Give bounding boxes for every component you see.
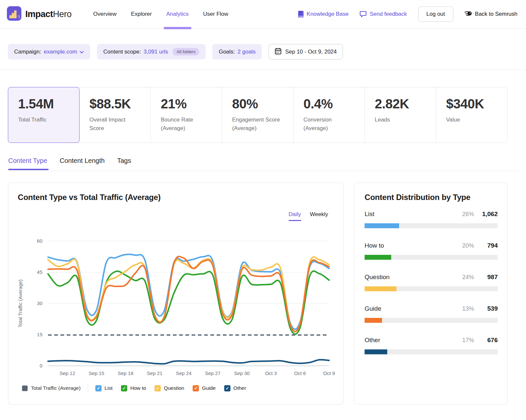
x-tick-2: Sep 12 (60, 370, 75, 376)
kpi-label: Leads (375, 116, 427, 124)
distribution-row-head: Guide13%539 (365, 305, 498, 314)
kpi-label: Conversion (Average) (303, 116, 355, 132)
nav-item-overview[interactable]: Overview (93, 8, 117, 21)
legend-label: Other (233, 385, 246, 391)
distribution-bar-track (365, 318, 498, 323)
kpi-value: 80% (232, 97, 293, 111)
knowledge-base-link[interactable]: Knowledge Base (298, 11, 349, 18)
legend-checkbox-question[interactable]: ✓ (155, 385, 161, 391)
chart-legend: Total Traffic (Average) ✓List✓How to✓Que… (22, 384, 255, 392)
tabs-divider (8, 171, 518, 171)
distribution-percent: 20% (451, 242, 474, 249)
nav-item-explorer[interactable]: Explorer (131, 8, 152, 21)
distribution-value: 987 (474, 274, 498, 281)
nav-item-analytics[interactable]: Analytics (166, 8, 189, 21)
distribution-row-question: Question24%987 (365, 274, 498, 291)
distribution-row-head: Question24%987 (365, 274, 498, 282)
x-tick-26: Oct 6 (294, 370, 306, 376)
kpi-card-overall-impact-score[interactable]: $88.5KOverall Impact Score (80, 87, 151, 143)
distribution-percent: 26% (451, 211, 474, 218)
campaign-label: Campaign: (14, 49, 41, 55)
book-icon (298, 11, 304, 18)
legend-checkbox-other[interactable]: ✓ (224, 385, 230, 391)
granularity-weekly[interactable]: Weekly (310, 211, 328, 221)
kpi-card-bounce-rate-average-[interactable]: 21%Bounce Rate (Average) (151, 87, 222, 143)
legend-checkbox-how-to[interactable]: ✓ (121, 385, 127, 391)
tab-tags[interactable]: Tags (117, 157, 131, 170)
legend-total-traffic: Total Traffic (Average) (22, 385, 81, 391)
legend-checkbox-list[interactable]: ✓ (95, 385, 102, 391)
goals-selector[interactable]: Goals: 2 goals (212, 44, 262, 59)
legend-item-guide[interactable]: ✓Guide (193, 385, 215, 391)
brand-logo[interactable]: ImpactHero (7, 6, 72, 22)
legend-label: Guide (202, 385, 215, 391)
distribution-label: How to (365, 242, 451, 249)
app-header: ImpactHero OverviewExplorerAnalyticsUser… (0, 0, 526, 29)
distribution-percent: 24% (451, 274, 474, 281)
distribution-bar-track (365, 286, 498, 291)
page: ImpactHero OverviewExplorerAnalyticsUser… (0, 0, 526, 420)
legend-item-how-to[interactable]: ✓How to (121, 385, 146, 391)
back-to-semrush-link[interactable]: Back to Semrush (465, 10, 517, 18)
distribution-value: 676 (474, 337, 498, 344)
legend-item-other[interactable]: ✓Other (224, 385, 246, 391)
kpi-value: 2.82K (375, 97, 436, 111)
tab-content-length[interactable]: Content Length (60, 157, 105, 170)
distribution-row-how-to: How to20%794 (365, 242, 498, 260)
logout-button[interactable]: Log out (418, 7, 453, 22)
impacthero-logo-icon (7, 6, 21, 22)
legend-label: How to (130, 385, 146, 391)
main-nav: OverviewExplorerAnalyticsUser Flow (93, 8, 228, 21)
nav-item-user-flow[interactable]: User Flow (203, 8, 228, 21)
distribution-label: List (365, 210, 451, 218)
traffic-chart-panel: Content Type vs Total Traffic (Average) … (8, 183, 344, 405)
calendar-icon (275, 48, 281, 56)
kpi-value: $88.5K (89, 97, 151, 111)
y-tick-60: 60 (37, 238, 42, 244)
kpi-card-total-traffic[interactable]: 1.54MTotal Traffic (8, 87, 80, 143)
kpi-value: 21% (161, 97, 222, 111)
date-range-value: Sep 10 - Oct 9, 2024 (285, 49, 337, 55)
kpi-card-value[interactable]: $340KValue (436, 87, 507, 143)
legend-checkbox-guide[interactable]: ✓ (193, 385, 199, 391)
section-divider (0, 69, 526, 70)
distribution-bar-fill (365, 318, 382, 323)
legend-label: List (105, 385, 112, 391)
tab-content-type[interactable]: Content Type (8, 157, 47, 170)
x-tick-23: Oct 3 (265, 370, 277, 376)
kpi-value: 1.54M (18, 97, 79, 111)
campaign-value: example.com (44, 49, 77, 55)
chevron-down-icon (80, 49, 84, 55)
filter-bar: Campaign: example.com Content scope: 3,0… (8, 44, 343, 59)
distribution-row-head: How to20%794 (365, 242, 498, 251)
send-feedback-link[interactable]: Send feedback (360, 11, 407, 17)
analytics-tabs: Content TypeContent LengthTags (8, 157, 131, 170)
series-line-other (48, 360, 329, 364)
distribution-bar-fill (365, 223, 399, 228)
distribution-label: Question (365, 274, 451, 281)
scope-label: Content scope: (103, 49, 141, 55)
distribution-value: 539 (474, 305, 498, 312)
kpi-card-engagement-score-average-[interactable]: 80%Engagement Score (Average) (222, 87, 294, 143)
kpi-label: Engagement Score (Average) (232, 116, 284, 132)
distribution-row-head: Other17%676 (365, 337, 498, 345)
granularity-daily[interactable]: Daily (289, 211, 301, 221)
legend-item-question[interactable]: ✓Question (155, 385, 184, 391)
y-tick-15: 15 (37, 332, 42, 337)
date-range-picker[interactable]: Sep 10 - Oct 9, 2024 (269, 44, 343, 59)
semrush-comet-icon (465, 10, 472, 18)
distribution-bar-fill (365, 349, 387, 354)
content-scope-selector[interactable]: Content scope: 3,091 urls All folders (97, 44, 205, 59)
campaign-selector[interactable]: Campaign: example.com (8, 44, 90, 59)
traffic-panel-title: Content Type vs Total Traffic (Average) (18, 193, 161, 202)
kpi-card-conversion-average-[interactable]: 0.4%Conversion (Average) (294, 87, 365, 143)
distribution-percent: 17% (451, 337, 474, 344)
distribution-label: Other (365, 337, 451, 344)
brand-name: ImpactHero (25, 9, 72, 19)
kpi-label: Overall Impact Score (89, 116, 141, 132)
legend-item-list[interactable]: ✓List (95, 385, 112, 391)
y-tick-45: 45 (37, 269, 42, 275)
kpi-card-leads[interactable]: 2.82KLeads (365, 87, 436, 143)
scope-value: 3,091 urls (144, 49, 168, 55)
kpi-value: $340K (446, 97, 507, 111)
